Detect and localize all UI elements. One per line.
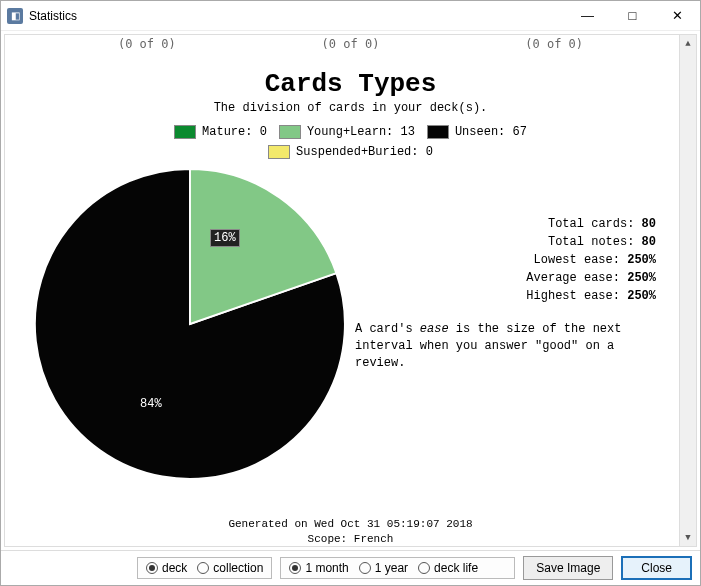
generation-meta: Generated on Wed Oct 31 05:19:07 2018 Sc… [25,517,676,547]
meta-generated: Generated on Wed Oct 31 05:19:07 2018 [25,517,676,532]
stats-panel: Total cards: 80 Total notes: 80 Lowest e… [355,165,676,371]
legend-swatch [174,125,196,139]
app-icon: ◧ [7,8,23,24]
radio-label: 1 month [305,561,348,575]
legend-swatch [427,125,449,139]
chart-legend: Mature: 0 Young+Learn: 13 Unseen: 67 Sus… [171,125,531,159]
radio-label: 1 year [375,561,408,575]
bottom-bar: deck collection 1 month 1 year deck life… [1,550,700,585]
stat-total-cards: Total cards: 80 [355,215,676,233]
legend-label: Mature: 0 [202,125,267,139]
vertical-scrollbar[interactable]: ▲ ▼ [679,35,696,546]
radio-label: deck life [434,561,478,575]
save-image-button[interactable]: Save Image [523,556,613,580]
count-cell: (0 of 0) [118,37,176,51]
legend-label: Young+Learn: 13 [307,125,415,139]
scope-radio-group: deck collection [137,557,272,579]
pie-slice-label-unseen: 84% [140,397,162,411]
count-cell: (0 of 0) [322,37,380,51]
radio-label: collection [213,561,263,575]
pie-chart: 16% 84% [35,169,345,479]
maximize-button[interactable]: □ [610,1,655,30]
chart-subtitle: The division of cards in your deck(s). [25,101,676,115]
pie-stats-row: 16% 84% Total cards: 80 Total notes: 80 … [25,165,676,479]
scroll-up-icon[interactable]: ▲ [680,35,696,52]
top-counts-row: (0 of 0) (0 of 0) (0 of 0) [5,35,696,51]
legend-label: Suspended+Buried: 0 [296,145,433,159]
minimize-button[interactable]: ― [565,1,610,30]
radio-collection[interactable]: collection [197,561,263,575]
legend-item-mature: Mature: 0 [174,125,267,139]
window-title: Statistics [29,9,565,23]
legend-item-young: Young+Learn: 13 [279,125,415,139]
chart-area: Cards Types The division of cards in you… [5,69,696,547]
stat-highest-ease: Highest ease: 250% [355,287,676,305]
radio-deck-life[interactable]: deck life [418,561,478,575]
scroll-down-icon[interactable]: ▼ [680,529,696,546]
stat-lowest-ease: Lowest ease: 250% [355,251,676,269]
radio-deck[interactable]: deck [146,561,187,575]
legend-swatch [279,125,301,139]
stat-average-ease: Average ease: 250% [355,269,676,287]
radio-1-month[interactable]: 1 month [289,561,348,575]
legend-item-suspended: Suspended+Buried: 0 [268,145,433,159]
statistics-window: ◧ Statistics ― □ ✕ ▲ ▼ (0 of 0) (0 of 0)… [0,0,701,586]
count-cell: (0 of 0) [525,37,583,51]
meta-scope: Scope: French [25,532,676,547]
period-radio-group: 1 month 1 year deck life [280,557,515,579]
ease-note: A card's ease is the size of the next in… [355,321,676,371]
close-button[interactable]: Close [621,556,692,580]
window-close-button[interactable]: ✕ [655,1,700,30]
content-area: ▲ ▼ (0 of 0) (0 of 0) (0 of 0) Cards Typ… [4,34,697,547]
titlebar: ◧ Statistics ― □ ✕ [1,1,700,31]
pie-slice-label-young: 16% [210,229,240,247]
legend-swatch [268,145,290,159]
stat-total-notes: Total notes: 80 [355,233,676,251]
radio-label: deck [162,561,187,575]
legend-label: Unseen: 67 [455,125,527,139]
legend-item-unseen: Unseen: 67 [427,125,527,139]
radio-1-year[interactable]: 1 year [359,561,408,575]
chart-title: Cards Types [25,69,676,99]
